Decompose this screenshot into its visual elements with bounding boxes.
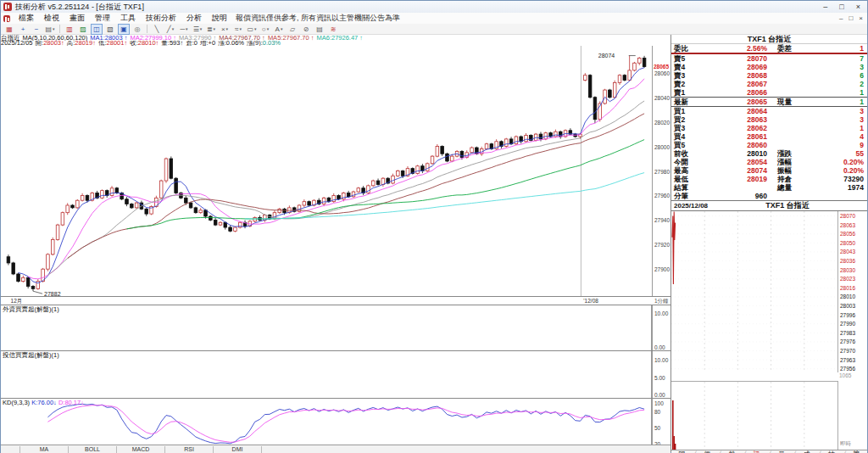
rectangle-tool-icon[interactable]: ▭▾ [246, 24, 258, 35]
ask-row-2[interactable]: 賣2280672 [671, 80, 867, 88]
candle-body [135, 203, 138, 208]
grid-lines-icon[interactable]: ☰▾ [192, 24, 203, 35]
candle-body [26, 277, 30, 286]
ma-value-4: MA4:27967.70 ↑ [219, 35, 265, 41]
candle-body [376, 181, 380, 184]
indicator-tab-macd[interactable]: MACD [117, 446, 165, 453]
child-restore-button[interactable]: □ [849, 14, 853, 22]
candle-body [61, 213, 64, 225]
intraday-mini-chart[interactable]: 2807028063280562805028043280362803028023… [671, 211, 867, 450]
bid-row-1[interactable]: 買1280643 [671, 107, 867, 115]
mini-price-tick: 27983 [840, 330, 855, 336]
ma-value-6: MA6:27926.47 ↑ [317, 35, 364, 41]
mini-price-plot[interactable] [671, 211, 838, 372]
candle-body [115, 188, 119, 193]
maximize-button[interactable]: □ [839, 3, 843, 11]
ask-row-5[interactable]: 賣5280707 [671, 54, 867, 63]
zoom-out-icon[interactable]: − [31, 24, 42, 35]
candle-chart-icon[interactable]: ▥ [64, 24, 75, 35]
price-tick-label: 28000 [654, 144, 670, 150]
compare-chart-icon[interactable]: ▣ [118, 24, 130, 35]
ask-row-1[interactable]: 賣1280661 [671, 88, 867, 97]
ma-setting-label: MA(5,10,20,60,60,120) [23, 35, 88, 41]
candle-body [559, 131, 562, 137]
document-icon [3, 15, 10, 22]
horizontal-line-icon[interactable]: ─▾ [178, 24, 190, 35]
page-layout-icon[interactable]: ▤▾ [44, 24, 56, 35]
gann-fan-icon[interactable]: ×▾ [219, 24, 231, 35]
mini-price-tick: 28023 [840, 276, 855, 282]
stat-row-3[interactable]: 最高28074振幅0.20% [671, 166, 867, 175]
bid-row-4[interactable]: 買4280614 [671, 132, 867, 141]
quote-date: 2025/12/08 [671, 201, 708, 210]
stat-row-2[interactable]: 今開28054漲幅0.20% [671, 158, 867, 166]
candle-body [431, 156, 434, 164]
bar-chart-icon[interactable]: ◫ [91, 24, 103, 35]
stat-row-6[interactable]: 分筆960 [671, 192, 867, 200]
indicator-tab-rsi[interactable]: RSI [165, 446, 214, 453]
eraser-tool-icon[interactable]: ⊘ [300, 24, 312, 35]
trend-line-icon[interactable]: ╱▾ [164, 24, 176, 35]
candle-body [145, 209, 148, 214]
child-close-button[interactable]: × [859, 14, 863, 22]
candle-body [436, 147, 439, 157]
draw-tool-icon[interactable]: ╲ [151, 24, 163, 35]
stat-row-1[interactable]: 前收28010漲跌55 [671, 149, 867, 158]
fibonacci-icon[interactable]: ≣▾ [205, 24, 217, 35]
sub-panel-2[interactable]: 投信買賣超(解盤)(1)10.005.000.00 [1, 350, 670, 399]
menu-item-8[interactable]: 說明 [207, 14, 232, 22]
title-bar: 技術分析 v5.2.251124 - [台指近 TXF1] –□× [1, 1, 867, 14]
menu-item-1[interactable]: 檔案 [14, 14, 39, 22]
quote-symbol: TXF1 台指近 [708, 201, 867, 210]
candle-body [554, 131, 558, 137]
last-price-row[interactable]: 最新28065現量1 [671, 97, 867, 107]
line-chart-icon[interactable]: ▨ [77, 24, 89, 35]
ellipse-tool-icon[interactable]: ○▾ [259, 24, 271, 35]
close-button[interactable]: × [856, 3, 860, 11]
mini-price-tick: 27990 [840, 321, 855, 327]
sub-panel-3[interactable]: KD(9,3,3) K:76.00↓ D:80.17↓100805020 [1, 398, 670, 445]
child-minimize-button[interactable]: – [839, 14, 843, 22]
bid-row-5[interactable]: 買5280609 [671, 141, 867, 149]
stat-row-5[interactable]: 結算總量1974 [671, 183, 867, 192]
window-title: 技術分析 v5.2.251124 - [台指近 TXF1] [15, 2, 144, 13]
indicator-tab-dmi[interactable]: DMI [214, 446, 262, 453]
candle-body [337, 195, 341, 199]
indicator-tab-boll[interactable]: BOLL [69, 446, 117, 453]
ratio-row[interactable]: 委比2.56%委差1 [671, 44, 867, 54]
shade-tool-icon[interactable]: ▱ [287, 24, 298, 35]
palette-icon[interactable]: ≋ [327, 24, 339, 35]
candle-body [441, 147, 444, 154]
area-chart-icon[interactable]: ▧ [104, 24, 116, 35]
indicator-tab-ma[interactable]: MA [20, 446, 69, 453]
candle-body [130, 204, 133, 208]
bid-row-2[interactable]: 買2280633 [671, 115, 867, 124]
mini-price-tick: 28050 [840, 240, 855, 246]
menu-item-7[interactable]: 分析 [181, 14, 207, 22]
zoom-tool-icon[interactable]: ◎ [131, 24, 143, 35]
intraday-price-line [672, 212, 676, 285]
note-tool-icon[interactable]: ▤ [314, 24, 326, 35]
wave-tool-icon[interactable]: ≈▾ [232, 24, 244, 35]
ask-row-3[interactable]: 賣3280686 [671, 71, 867, 80]
candlestick-plot[interactable]: 2788228074 [1, 46, 652, 296]
menu-item-2[interactable]: 檢視 [39, 14, 64, 22]
minimize-button[interactable]: – [823, 3, 827, 11]
stat-row-4[interactable]: 最低28019持倉73290 [671, 175, 867, 183]
menu-item-5[interactable]: 工具 [115, 14, 141, 22]
menu-item-6[interactable]: 技術分析 [141, 14, 181, 22]
menu-item-3[interactable]: 畫面 [64, 14, 90, 22]
candle-body [534, 134, 537, 140]
candle-body [175, 178, 178, 193]
ask-row-4[interactable]: 賣4280693 [671, 63, 867, 71]
ma-value-5: MA5:27967.70 ↑ [268, 35, 314, 41]
sub-panel-1[interactable]: 外資買賣超(解盤)(1)10.000.00 [1, 305, 670, 351]
grid-view-icon[interactable]: ▦ [3, 24, 15, 35]
candle-body [194, 208, 198, 213]
menu-item-4[interactable]: 管理 [90, 14, 115, 22]
text-tool-icon[interactable]: A▾ [273, 24, 285, 35]
candlestick-chart[interactable]: 2788228074 [1, 46, 653, 296]
zoom-in-icon[interactable]: + [17, 24, 29, 35]
candle-body [66, 205, 70, 213]
bid-row-3[interactable]: 買3280621 [671, 124, 867, 132]
